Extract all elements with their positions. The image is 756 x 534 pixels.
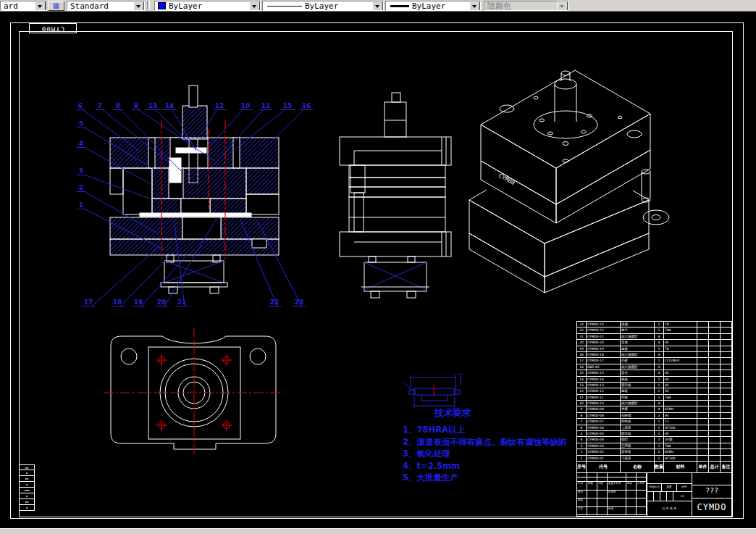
title-block-cell: 标记 bbox=[577, 482, 587, 491]
color-swatch bbox=[158, 2, 166, 9]
parts-table-cell: CYM00-17 bbox=[587, 358, 621, 364]
title-block-cell: 年月日 bbox=[637, 482, 647, 491]
parts-table-cell bbox=[697, 346, 709, 352]
parts-table-header-cell: 材料 bbox=[664, 462, 697, 473]
tech-req-item: 3、氧化处理 bbox=[403, 448, 576, 460]
parts-table-cell bbox=[709, 358, 721, 364]
parts-table-cell: 导料板 bbox=[621, 449, 655, 455]
parts-table-cell: 4 bbox=[655, 334, 664, 340]
parts-table-cell bbox=[709, 431, 721, 437]
text-style-button[interactable]: ▦ bbox=[48, 1, 64, 11]
parts-table-cell: CYM00-06 bbox=[587, 425, 621, 431]
parts-table-row: 11CYM00-11凹模1T8A bbox=[577, 395, 731, 401]
parts-table-cell: 固定板 bbox=[621, 431, 655, 437]
parts-table-cell: 35钢 bbox=[664, 437, 697, 443]
parts-table-row: 19CYM00-19垫板1T8 bbox=[577, 346, 731, 352]
text-style-combo[interactable]: Standard bbox=[67, 1, 145, 11]
parts-table-header: 序号代号名称数量材料单件总计备注 bbox=[577, 462, 731, 473]
parts-table-cell: 18 bbox=[577, 352, 587, 358]
parts-table-cell: CYM00-07 bbox=[587, 419, 621, 425]
parts-table-cell bbox=[721, 413, 731, 419]
tech-req-item: 1、78HRA以上 bbox=[403, 424, 576, 436]
parts-table-cell: 凸模 bbox=[621, 358, 655, 364]
color-combo[interactable]: ByLayer bbox=[154, 1, 261, 11]
parts-table-cell: 1 bbox=[655, 395, 664, 401]
tech-req-item: 2、滚道表面不得有麻点、裂纹有腐蚀等缺陷 bbox=[403, 436, 576, 449]
parts-table-row: 6CYM00-06上模座1HT200 bbox=[577, 425, 731, 431]
linetype-combo-arrow[interactable] bbox=[372, 1, 383, 11]
tech-req-title: 技术要求 bbox=[434, 407, 576, 420]
title-block-cell bbox=[587, 491, 597, 499]
parts-table-cell: 10 bbox=[577, 401, 587, 406]
parts-table-cell: CYM00-21 bbox=[587, 334, 621, 340]
autocad-window: ard ▦ Standard ByLayer ByLayer ByLayer bbox=[0, 0, 756, 534]
parts-table-cell: T8 bbox=[664, 346, 697, 352]
parts-table-cell: 12 bbox=[577, 388, 587, 394]
margin-strip-cell: ▪ bbox=[19, 493, 35, 499]
parts-table-cell: 4 bbox=[655, 352, 664, 358]
parts-table-cell bbox=[697, 419, 709, 425]
title-block-box-cell: ±1 bbox=[673, 492, 692, 501]
title-block-blank-cell bbox=[647, 473, 692, 484]
section-view bbox=[110, 85, 279, 293]
tech-req-list: 1、78HRA以上2、滚道表面不得有麻点、裂纹有腐蚀等缺陷3、氧化处理4、t=2… bbox=[403, 424, 576, 484]
title-block-cell bbox=[597, 498, 608, 507]
dimstyle-combo-value: ard bbox=[4, 1, 18, 11]
parts-table-cell bbox=[697, 449, 709, 455]
color-combo-value: ByLayer bbox=[169, 1, 202, 11]
parts-table-cell: 1 bbox=[655, 358, 664, 364]
parts-table-cell: 1 bbox=[655, 388, 664, 394]
linetype-combo[interactable]: ByLayer bbox=[262, 1, 384, 11]
title-block-box-cell bbox=[660, 492, 667, 501]
parts-table-cell: CYM00-08 bbox=[587, 413, 621, 419]
title-block: 标记处数分区更改文件号签名年月日设计标准化审核工艺批准 阶段标记重量比例 ±1 … bbox=[576, 472, 732, 517]
parts-table-row: 13CYM00-13固定板145 bbox=[577, 383, 731, 388]
parts-table-cell bbox=[709, 456, 721, 462]
parts-table-cell: 挡料销 bbox=[621, 413, 655, 419]
title-block-stage-cell: 比例 bbox=[677, 484, 692, 491]
title-block-stage-cell: 阶段标记 bbox=[647, 484, 662, 491]
parts-table-cell: CYM00-12 bbox=[587, 388, 621, 394]
parts-table-cell: CYM00-02 bbox=[587, 449, 621, 455]
parts-table-cell bbox=[709, 395, 721, 401]
lineweight-combo-arrow[interactable] bbox=[469, 1, 480, 11]
dimstyle-combo[interactable]: ard bbox=[0, 1, 46, 11]
parts-table-cell bbox=[721, 449, 731, 455]
parts-table-cell: 45 bbox=[664, 413, 697, 419]
title-block-cell: 分区 bbox=[597, 482, 608, 491]
title-block-box-cell bbox=[647, 492, 654, 501]
parts-table-cell: 65Mn bbox=[664, 406, 697, 412]
parts-table-cell: CYM00-18 bbox=[587, 352, 621, 358]
lineweight-combo[interactable]: ByLayer bbox=[385, 1, 481, 11]
parts-table-cell: 65Mn bbox=[664, 449, 697, 455]
parts-table-cell: CYM00-13 bbox=[587, 383, 621, 388]
title-block-sheet-count: 共 张 第 张 bbox=[647, 501, 692, 516]
parts-table-cell: 1 bbox=[655, 431, 664, 437]
parts-table-row: 21CYM00-21内六角螺钉4 bbox=[577, 334, 731, 340]
parts-table-cell bbox=[721, 431, 731, 437]
linetype-glyph bbox=[267, 6, 302, 7]
parts-table-cell bbox=[697, 401, 709, 406]
parts-table-cell bbox=[721, 395, 731, 401]
parts-table-cell bbox=[709, 370, 721, 376]
title-block-cell bbox=[637, 507, 647, 516]
linetype-combo-value: ByLayer bbox=[305, 1, 338, 11]
parts-table-cell: 1 bbox=[655, 443, 664, 449]
toolbar-separator bbox=[147, 1, 150, 9]
dimstyle-combo-arrow[interactable] bbox=[35, 1, 46, 11]
color-combo-arrow[interactable] bbox=[249, 1, 260, 11]
parts-table-cell: 4 bbox=[655, 370, 664, 376]
parts-table-cell: 1 bbox=[655, 383, 664, 388]
parts-table-cell: 2 bbox=[577, 449, 587, 455]
parts-table-cell: 上模座 bbox=[621, 425, 655, 431]
text-style-combo-arrow[interactable] bbox=[133, 1, 144, 11]
parts-table-cell: 17 bbox=[577, 358, 587, 364]
title-block-box-cell bbox=[667, 492, 673, 501]
iso-view: CYM00 bbox=[469, 70, 669, 293]
parts-table-cell bbox=[709, 443, 721, 449]
parts-table-cell: 1 bbox=[655, 419, 664, 425]
parts-table-cell bbox=[664, 334, 697, 340]
parts-table-cell bbox=[721, 352, 731, 358]
parts-table-cell: CYM00-19 bbox=[587, 346, 621, 352]
drawing-canvas[interactable]: CYM00 bbox=[0, 11, 756, 528]
